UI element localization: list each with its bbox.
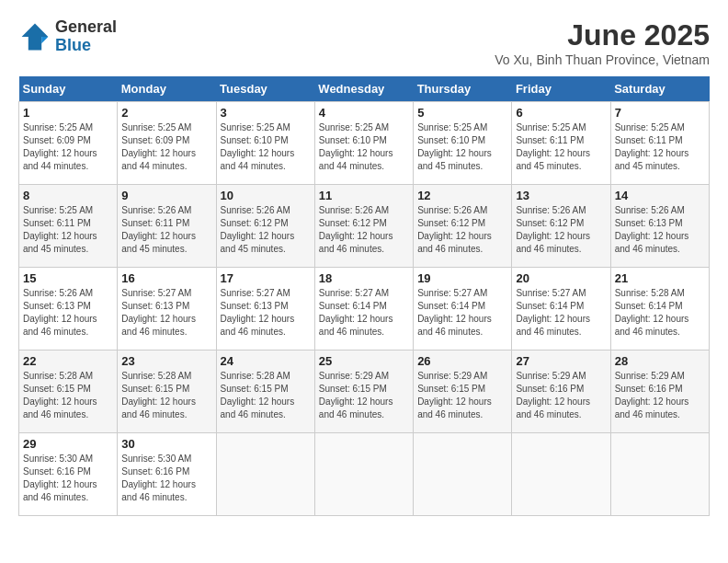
weekday-header-sunday: Sunday xyxy=(19,76,118,102)
day-number: 28 xyxy=(615,354,705,368)
day-detail: Sunrise: 5:28 AMSunset: 6:15 PMDaylight:… xyxy=(23,371,97,419)
day-detail: Sunrise: 5:25 AMSunset: 6:11 PMDaylight:… xyxy=(23,205,97,254)
calendar-day-12: 12Sunrise: 5:26 AMSunset: 6:12 PMDayligh… xyxy=(414,185,512,268)
day-number: 11 xyxy=(319,189,409,202)
day-detail: Sunrise: 5:25 AMSunset: 6:11 PMDaylight:… xyxy=(516,122,590,171)
day-number: 21 xyxy=(615,271,705,285)
calendar-day-30: 30Sunrise: 5:30 AMSunset: 6:16 PMDayligh… xyxy=(118,433,216,516)
calendar-day-21: 21Sunrise: 5:28 AMSunset: 6:14 PMDayligh… xyxy=(610,268,709,350)
day-detail: Sunrise: 5:26 AMSunset: 6:12 PMDaylight:… xyxy=(221,205,295,254)
day-number: 15 xyxy=(23,271,113,285)
calendar-day-15: 15Sunrise: 5:26 AMSunset: 6:13 PMDayligh… xyxy=(19,268,118,350)
day-number: 25 xyxy=(319,354,409,368)
day-number: 6 xyxy=(516,106,606,120)
weekday-header-tuesday: Tuesday xyxy=(216,76,314,102)
day-number: 17 xyxy=(221,271,311,285)
empty-cell xyxy=(216,433,314,516)
calendar-day-2: 2Sunrise: 5:25 AMSunset: 6:09 PMDaylight… xyxy=(118,102,216,185)
day-detail: Sunrise: 5:26 AMSunset: 6:12 PMDaylight:… xyxy=(319,205,393,254)
weekday-header-friday: Friday xyxy=(512,76,610,102)
calendar-day-27: 27Sunrise: 5:29 AMSunset: 6:16 PMDayligh… xyxy=(512,350,610,433)
day-detail: Sunrise: 5:29 AMSunset: 6:16 PMDaylight:… xyxy=(516,371,590,419)
day-detail: Sunrise: 5:25 AMSunset: 6:11 PMDaylight:… xyxy=(615,122,689,171)
calendar-day-4: 4Sunrise: 5:25 AMSunset: 6:10 PMDaylight… xyxy=(314,102,413,185)
day-number: 14 xyxy=(615,189,705,202)
calendar-day-14: 14Sunrise: 5:26 AMSunset: 6:13 PMDayligh… xyxy=(610,185,709,268)
day-number: 19 xyxy=(417,271,507,285)
day-detail: Sunrise: 5:27 AMSunset: 6:14 PMDaylight:… xyxy=(319,288,393,337)
calendar-week-2: 8Sunrise: 5:25 AMSunset: 6:11 PMDaylight… xyxy=(19,185,710,268)
logo-blue-text: Blue xyxy=(55,37,117,55)
calendar-day-24: 24Sunrise: 5:28 AMSunset: 6:15 PMDayligh… xyxy=(216,350,314,433)
calendar-day-11: 11Sunrise: 5:26 AMSunset: 6:12 PMDayligh… xyxy=(314,185,413,268)
day-detail: Sunrise: 5:28 AMSunset: 6:15 PMDaylight:… xyxy=(121,371,196,419)
day-detail: Sunrise: 5:28 AMSunset: 6:14 PMDaylight:… xyxy=(615,288,689,337)
day-detail: Sunrise: 5:25 AMSunset: 6:10 PMDaylight:… xyxy=(417,122,492,171)
calendar-day-20: 20Sunrise: 5:27 AMSunset: 6:14 PMDayligh… xyxy=(512,268,610,350)
empty-cell xyxy=(314,433,413,516)
day-detail: Sunrise: 5:26 AMSunset: 6:12 PMDaylight:… xyxy=(417,205,492,254)
calendar-day-7: 7Sunrise: 5:25 AMSunset: 6:11 PMDaylight… xyxy=(610,102,709,185)
calendar-day-5: 5Sunrise: 5:25 AMSunset: 6:10 PMDaylight… xyxy=(414,102,512,185)
day-number: 9 xyxy=(121,189,211,202)
logo-general-text: General xyxy=(55,18,117,37)
title-block: June 2025 Vo Xu, Binh Thuan Province, Vi… xyxy=(495,18,710,67)
svg-marker-1 xyxy=(41,37,48,43)
day-number: 26 xyxy=(417,354,507,368)
calendar-day-9: 9Sunrise: 5:26 AMSunset: 6:11 PMDaylight… xyxy=(118,185,216,268)
day-number: 4 xyxy=(319,106,409,120)
day-detail: Sunrise: 5:26 AMSunset: 6:12 PMDaylight:… xyxy=(516,205,590,254)
day-detail: Sunrise: 5:27 AMSunset: 6:14 PMDaylight:… xyxy=(417,288,492,337)
weekday-header-monday: Monday xyxy=(118,76,216,102)
calendar-week-4: 22Sunrise: 5:28 AMSunset: 6:15 PMDayligh… xyxy=(19,350,710,433)
calendar-day-13: 13Sunrise: 5:26 AMSunset: 6:12 PMDayligh… xyxy=(512,185,610,268)
day-detail: Sunrise: 5:25 AMSunset: 6:09 PMDaylight:… xyxy=(121,122,196,171)
day-number: 8 xyxy=(23,189,113,202)
weekday-header-wednesday: Wednesday xyxy=(314,76,413,102)
day-detail: Sunrise: 5:26 AMSunset: 6:13 PMDaylight:… xyxy=(615,205,689,254)
weekday-header-thursday: Thursday xyxy=(414,76,512,102)
calendar-day-28: 28Sunrise: 5:29 AMSunset: 6:16 PMDayligh… xyxy=(610,350,709,433)
calendar-day-25: 25Sunrise: 5:29 AMSunset: 6:15 PMDayligh… xyxy=(314,350,413,433)
calendar-week-3: 15Sunrise: 5:26 AMSunset: 6:13 PMDayligh… xyxy=(19,268,710,350)
calendar-table: SundayMondayTuesdayWednesdayThursdayFrid… xyxy=(18,76,710,516)
day-detail: Sunrise: 5:27 AMSunset: 6:13 PMDaylight:… xyxy=(121,288,196,337)
day-detail: Sunrise: 5:26 AMSunset: 6:13 PMDaylight:… xyxy=(23,288,97,337)
day-number: 2 xyxy=(121,106,211,120)
calendar-week-5: 29Sunrise: 5:30 AMSunset: 6:16 PMDayligh… xyxy=(19,433,710,516)
logo-icon xyxy=(18,20,51,53)
day-detail: Sunrise: 5:30 AMSunset: 6:16 PMDaylight:… xyxy=(23,454,97,502)
day-number: 10 xyxy=(221,189,311,202)
day-detail: Sunrise: 5:25 AMSunset: 6:10 PMDaylight:… xyxy=(221,122,295,171)
location-title: Vo Xu, Binh Thuan Province, Vietnam xyxy=(495,52,710,67)
empty-cell xyxy=(414,433,512,516)
day-number: 16 xyxy=(121,271,211,285)
calendar-day-17: 17Sunrise: 5:27 AMSunset: 6:13 PMDayligh… xyxy=(216,268,314,350)
day-detail: Sunrise: 5:25 AMSunset: 6:09 PMDaylight:… xyxy=(23,122,97,171)
calendar-day-3: 3Sunrise: 5:25 AMSunset: 6:10 PMDaylight… xyxy=(216,102,314,185)
calendar-day-8: 8Sunrise: 5:25 AMSunset: 6:11 PMDaylight… xyxy=(19,185,118,268)
day-number: 24 xyxy=(221,354,311,368)
calendar-day-16: 16Sunrise: 5:27 AMSunset: 6:13 PMDayligh… xyxy=(118,268,216,350)
day-number: 20 xyxy=(516,271,606,285)
day-number: 1 xyxy=(23,106,113,120)
day-detail: Sunrise: 5:28 AMSunset: 6:15 PMDaylight:… xyxy=(221,371,295,419)
day-number: 3 xyxy=(221,106,311,120)
weekday-header-saturday: Saturday xyxy=(610,76,709,102)
empty-cell xyxy=(610,433,709,516)
calendar-day-18: 18Sunrise: 5:27 AMSunset: 6:14 PMDayligh… xyxy=(314,268,413,350)
day-detail: Sunrise: 5:30 AMSunset: 6:16 PMDaylight:… xyxy=(121,454,196,502)
day-number: 7 xyxy=(615,106,705,120)
calendar-day-26: 26Sunrise: 5:29 AMSunset: 6:15 PMDayligh… xyxy=(414,350,512,433)
calendar-day-19: 19Sunrise: 5:27 AMSunset: 6:14 PMDayligh… xyxy=(414,268,512,350)
calendar-day-1: 1Sunrise: 5:25 AMSunset: 6:09 PMDaylight… xyxy=(19,102,118,185)
calendar-day-29: 29Sunrise: 5:30 AMSunset: 6:16 PMDayligh… xyxy=(19,433,118,516)
day-number: 18 xyxy=(319,271,409,285)
calendar-day-6: 6Sunrise: 5:25 AMSunset: 6:11 PMDaylight… xyxy=(512,102,610,185)
calendar-day-22: 22Sunrise: 5:28 AMSunset: 6:15 PMDayligh… xyxy=(19,350,118,433)
day-number: 30 xyxy=(121,437,211,451)
day-number: 5 xyxy=(417,106,507,120)
day-number: 22 xyxy=(23,354,113,368)
day-number: 12 xyxy=(417,189,507,202)
month-title: June 2025 xyxy=(495,18,710,52)
